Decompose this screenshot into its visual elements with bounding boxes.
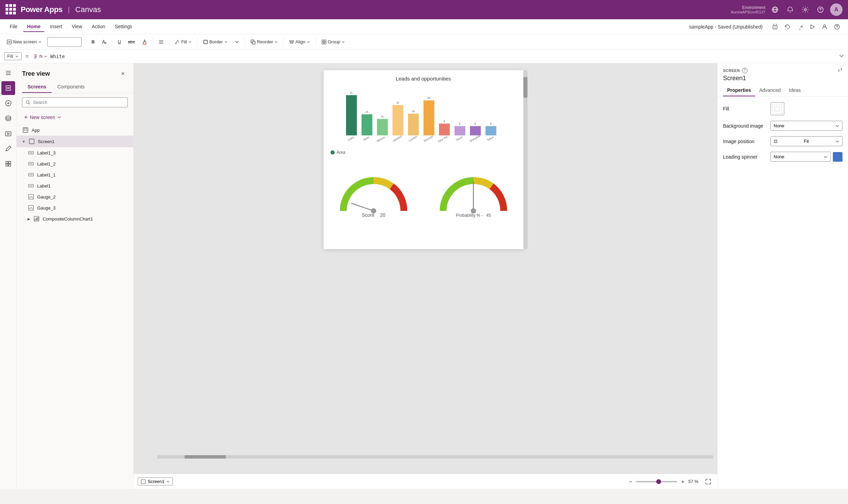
image-position-value[interactable]: ⊡ Fit — [771, 136, 842, 146]
canvas-scrollbar-h[interactable] — [157, 455, 713, 459]
tree-search-box[interactable] — [22, 97, 128, 107]
group-button[interactable]: Group — [319, 38, 348, 46]
waffle-menu[interactable] — [6, 4, 17, 15]
formula-expand-button[interactable] — [839, 53, 844, 59]
tree-item-app[interactable]: App — [17, 125, 133, 136]
svg-rect-40 — [6, 161, 8, 163]
spinner-value[interactable]: None — [771, 152, 831, 162]
canvas-frame[interactable]: Leads and opportunities 31 15 — [324, 70, 523, 249]
tab-components[interactable]: Components — [52, 81, 90, 93]
menu-file[interactable]: File — [6, 22, 22, 32]
font-picker[interactable] — [47, 37, 82, 47]
sidebar-add-icon[interactable] — [1, 96, 15, 110]
panel-expand-button[interactable] — [838, 67, 842, 73]
svg-text:6: 6 — [459, 122, 460, 125]
menu-insert[interactable]: Insert — [46, 22, 66, 32]
font-color-button[interactable] — [139, 38, 150, 46]
sidebar-theme-icon[interactable] — [1, 142, 15, 156]
svg-text:Delhi: Delhi — [363, 136, 370, 141]
new-screen-button[interactable]: New screen — [4, 38, 44, 46]
chart-chevron[interactable]: ▶ — [28, 217, 30, 221]
new-screen-button[interactable]: + New screen — [22, 113, 63, 122]
svg-rect-28 — [324, 42, 326, 44]
scrollbar-thumb-h[interactable] — [185, 455, 226, 459]
formula-fx-button[interactable]: fx — [33, 54, 48, 59]
sidebar-data-icon[interactable] — [1, 111, 15, 125]
tree-item-gauge2[interactable]: Gauge_2 — [22, 191, 133, 202]
tree-item-label1-2[interactable]: Label1_2 — [22, 158, 133, 169]
label-icon-2 — [28, 160, 34, 167]
svg-point-5 — [820, 11, 821, 12]
undo-icon[interactable] — [782, 21, 793, 32]
bold-button[interactable]: B — [89, 38, 97, 46]
tree-item-gauge3[interactable]: Gauge_3 — [22, 202, 133, 213]
formula-property[interactable]: Fill — [4, 52, 22, 60]
tab-screens[interactable]: Screens — [22, 81, 52, 93]
menu-home[interactable]: Home — [23, 22, 45, 32]
chevron-down-button[interactable] — [232, 38, 242, 46]
font-size-button[interactable] — [99, 38, 109, 46]
bar-moscow — [423, 100, 435, 136]
settings-icon[interactable] — [800, 4, 811, 15]
legend-dot — [331, 150, 335, 154]
fill-row: Fill — [723, 102, 842, 115]
screen-icon — [28, 138, 35, 145]
canvas-scrollbar-v[interactable] — [523, 70, 527, 249]
user-icon[interactable] — [819, 21, 830, 32]
strikethrough-button[interactable]: abc — [125, 38, 138, 46]
scrollbar-thumb-v[interactable] — [523, 77, 527, 98]
tree-item-chart[interactable]: ▶ CompositeColumnChart1 — [22, 213, 133, 224]
debug-icon[interactable] — [770, 21, 781, 32]
screen1-chevron[interactable]: ▼ — [22, 140, 25, 143]
spinner-color-swatch[interactable] — [833, 152, 842, 162]
zoom-slider[interactable] — [636, 481, 677, 482]
sidebar-layers-icon[interactable] — [1, 81, 15, 95]
tree-header: Tree view ✕ — [17, 63, 133, 81]
tree-item-label1[interactable]: Label1 — [22, 180, 133, 191]
tab-properties[interactable]: Properties — [723, 85, 755, 96]
fullscreen-button[interactable] — [703, 477, 713, 486]
play-icon[interactable] — [807, 21, 818, 32]
align-toolbar-button[interactable]: Align — [286, 38, 313, 46]
redo-icon[interactable] — [794, 21, 805, 32]
search-input[interactable] — [33, 100, 124, 105]
reorder-button[interactable]: Reorder — [248, 38, 281, 46]
background-image-value[interactable]: None — [771, 121, 842, 131]
tree-item-screen1[interactable]: ▼ Screen1 ··· — [17, 136, 133, 147]
underline-button[interactable]: U — [115, 38, 124, 46]
border-button[interactable]: Border — [200, 38, 230, 46]
sidebar-variables-icon[interactable] — [1, 157, 15, 171]
user-avatar[interactable]: A — [830, 3, 842, 16]
menu-view[interactable]: View — [67, 22, 86, 32]
section-label: SCREEN — [723, 68, 740, 73]
sidebar-media-icon[interactable] — [1, 127, 15, 140]
help-icon[interactable] — [815, 4, 826, 15]
svg-rect-62 — [38, 217, 38, 221]
fill-value[interactable] — [771, 102, 784, 115]
gauge-icon-3 — [28, 204, 34, 211]
tab-advanced[interactable]: Advanced — [755, 85, 785, 96]
screen-indicator[interactable]: Screen1 — [138, 478, 173, 485]
panel-tabs: Properties Advanced Ideas — [718, 85, 848, 97]
fill-button[interactable]: Fill — [172, 38, 195, 46]
zoom-out-button[interactable]: − — [626, 478, 635, 486]
bar-mexico — [377, 119, 388, 136]
panel-help-icon[interactable]: ? — [742, 68, 747, 73]
sidebar-menu-icon[interactable] — [1, 66, 15, 80]
gauges-row: Score 20 — [324, 158, 523, 223]
tab-ideas[interactable]: Ideas — [785, 85, 805, 96]
align-button[interactable] — [156, 38, 166, 46]
formula-value[interactable]: White — [50, 54, 834, 59]
tree-close-button[interactable]: ✕ — [118, 69, 128, 78]
canvas-container[interactable]: Leads and opportunities 31 15 — [134, 63, 717, 474]
notification-icon[interactable] — [785, 4, 796, 15]
tree-item-label1-3[interactable]: Label1_3 — [22, 147, 133, 158]
environment-icon[interactable] — [770, 4, 781, 15]
menubar-help-icon[interactable] — [831, 21, 842, 32]
tree-item-label1-1[interactable]: Label1_1 — [22, 169, 133, 180]
svg-text:Moscow: Moscow — [423, 135, 433, 143]
menu-action[interactable]: Action — [88, 22, 109, 32]
tree-panel: Tree view ✕ Screens Components + New scr… — [17, 63, 134, 489]
menu-settings[interactable]: Settings — [111, 22, 137, 32]
zoom-in-button[interactable]: + — [679, 478, 687, 486]
